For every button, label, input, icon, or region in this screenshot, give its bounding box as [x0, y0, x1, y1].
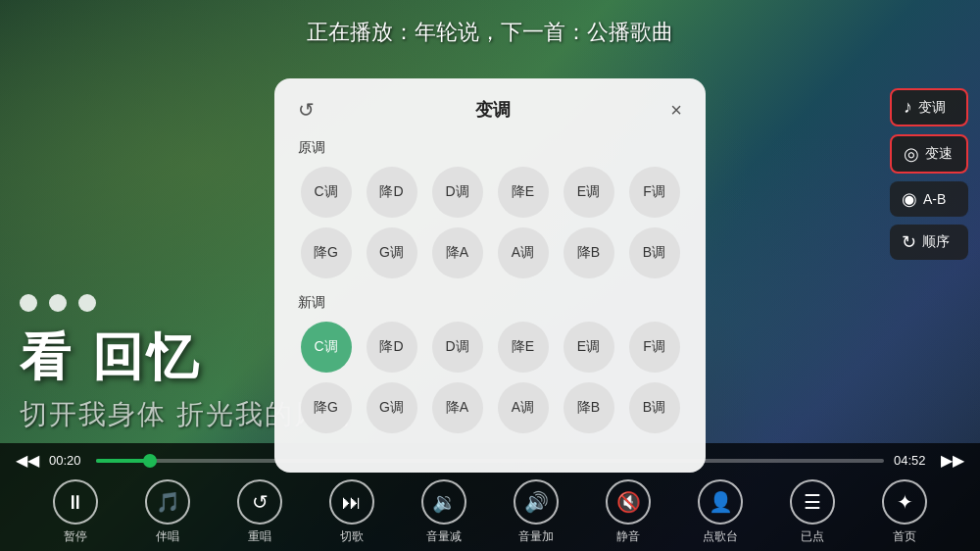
modal-close-button[interactable]: ×: [670, 99, 682, 122]
new-key-grid: C调降DD调降EE调F调降GG调降AA调降BB调: [298, 322, 682, 433]
key-btn-F调[interactable]: F调: [629, 167, 680, 218]
key-btn-A调[interactable]: A调: [498, 382, 549, 433]
key-btn-降G[interactable]: 降G: [301, 382, 352, 433]
key-btn-B调[interactable]: B调: [629, 227, 680, 278]
key-btn-降D[interactable]: 降D: [367, 167, 417, 218]
key-btn-降A[interactable]: 降A: [432, 227, 483, 278]
key-btn-降A[interactable]: 降A: [432, 382, 483, 433]
key-btn-F调[interactable]: F调: [629, 322, 680, 373]
key-btn-G调[interactable]: G调: [367, 227, 417, 278]
original-key-grid: C调降DD调降EE调F调降GG调降AA调降BB调: [298, 167, 682, 278]
pitch-modal: ↺ 变调 × 原调 C调降DD调降EE调F调降GG调降AA调降BB调 新调 C调…: [274, 78, 706, 473]
key-btn-B调[interactable]: B调: [629, 382, 680, 433]
key-btn-降E[interactable]: 降E: [498, 167, 549, 218]
key-btn-E调[interactable]: E调: [564, 167, 614, 218]
key-btn-A调[interactable]: A调: [498, 227, 549, 278]
key-btn-降B[interactable]: 降B: [564, 382, 614, 433]
key-btn-D调[interactable]: D调: [432, 322, 483, 373]
key-btn-E调[interactable]: E调: [564, 322, 614, 373]
key-btn-降E[interactable]: 降E: [498, 322, 549, 373]
new-key-label: 新调: [298, 294, 682, 312]
key-btn-降D[interactable]: 降D: [367, 322, 417, 373]
key-btn-C调[interactable]: C调: [301, 322, 352, 373]
modal-header: ↺ 变调 ×: [298, 98, 682, 122]
key-btn-G调[interactable]: G调: [367, 382, 417, 433]
modal-title: 变调: [315, 98, 670, 122]
key-btn-降B[interactable]: 降B: [564, 227, 614, 278]
key-btn-C调[interactable]: C调: [301, 167, 352, 218]
modal-overlay: ↺ 变调 × 原调 C调降DD调降EE调F调降GG调降AA调降BB调 新调 C调…: [0, 0, 980, 551]
key-btn-降G[interactable]: 降G: [301, 227, 352, 278]
key-btn-D调[interactable]: D调: [432, 167, 483, 218]
modal-refresh-button[interactable]: ↺: [298, 98, 315, 122]
original-key-label: 原调: [298, 139, 682, 157]
